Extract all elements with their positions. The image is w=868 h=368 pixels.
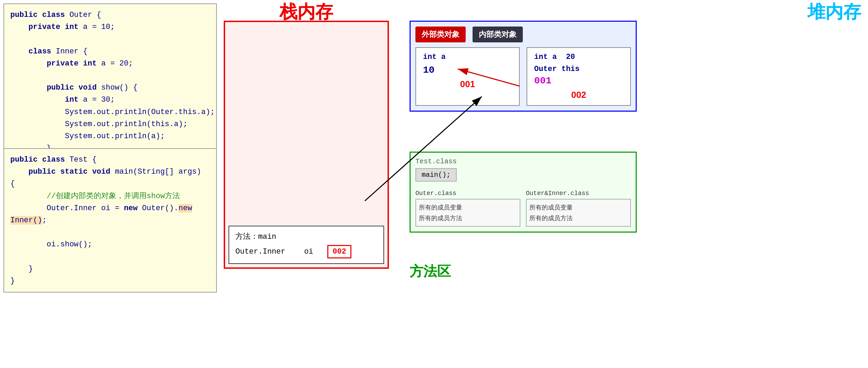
code-line: } (10, 263, 210, 275)
code-line: System.out.println(a); (10, 130, 210, 142)
inner-this-value: 001 (534, 75, 623, 86)
outer-address: 001 (423, 79, 512, 90)
inner-members-var: 所有的成员变量 (529, 202, 627, 213)
code-line: class Inner { (10, 45, 210, 58)
code-line (10, 251, 210, 263)
heap-objects: int a 10 001 int a 20 Outer this 001 002 (415, 47, 631, 106)
outer-field-int-a: int a (423, 53, 512, 61)
code-line: //创建内部类的对象，并调用show方法 (10, 190, 210, 202)
code-test-class: public class Test { public static void m… (3, 148, 217, 293)
var-name: oi (304, 247, 313, 256)
inner-class-name: Outer&Inner.class (526, 190, 631, 197)
code-line (10, 226, 210, 238)
outer-class-label: 外部类对象 (415, 27, 466, 42)
code-line (10, 33, 210, 45)
outer-class-content: 所有的成员变量 所有的成员方法 (415, 199, 520, 227)
outer-class-name: Outer.class (415, 190, 520, 197)
var-type: Outer.Inner (235, 247, 285, 256)
code-line: public static void main(String[] args) { (10, 166, 210, 190)
code-line: System.out.println(Outer.this.a); (10, 106, 210, 118)
method-area-title: 方法区 (410, 264, 451, 279)
method-test-class-label: Test.class (415, 157, 631, 165)
stack-frame-var: Outer.Inner oi 002 (235, 245, 377, 258)
code-line: public class Outer { (10, 9, 210, 21)
inner-address: 002 (534, 90, 623, 100)
method-area-section: Test.class main(); Outer.class 所有的成员变量 所… (410, 152, 637, 233)
inner-members-method: 所有的成员方法 (529, 213, 627, 224)
code-line: Outer.Inner oi = new Outer().new Inner()… (10, 202, 210, 226)
code-line: public void show() { (10, 82, 210, 94)
code-line: private int a = 20; (10, 58, 210, 70)
outer-object: int a 10 001 (415, 47, 520, 106)
outer-members-method: 所有的成员方法 (419, 213, 517, 224)
code-line: } (10, 275, 210, 287)
inner-object: int a 20 Outer this 001 002 (527, 47, 631, 106)
code-line: int a = 30; (10, 94, 210, 106)
stack-frame-method: 方法：main (235, 231, 377, 242)
stack-memory-box: 方法：main Outer.Inner oi 002 (224, 21, 389, 269)
main-method-box: main(); (415, 168, 457, 182)
code-line: System.out.println(this.a); (10, 118, 210, 130)
inner-class-box: Outer&Inner.class 所有的成员变量 所有的成员方法 (526, 190, 631, 227)
var-value: 002 (327, 245, 351, 258)
stack-frame-main: 方法：main Outer.Inner oi 002 (229, 226, 384, 264)
inner-class-label: 内部类对象 (473, 27, 523, 42)
inner-field-outer-this: Outer this (534, 65, 623, 73)
code-line: oi.show(); (10, 238, 210, 251)
code-line: public class Test { (10, 154, 210, 166)
outer-class-box: Outer.class 所有的成员变量 所有的成员方法 (415, 190, 520, 227)
heap-title: 堆内存 (807, 2, 861, 22)
inner-field-int-a: int a 20 (534, 53, 623, 61)
heap-header: 外部类对象 内部类对象 (415, 27, 631, 42)
outer-members-var: 所有的成员变量 (419, 202, 517, 213)
code-line: private int a = 10; (10, 21, 210, 33)
outer-value-10: 10 (423, 65, 512, 75)
code-line (10, 70, 210, 82)
method-classes-row: Outer.class 所有的成员变量 所有的成员方法 Outer&Inner.… (415, 190, 631, 227)
inner-class-content: 所有的成员变量 所有的成员方法 (526, 199, 631, 227)
heap-memory-section: 外部类对象 内部类对象 int a 10 001 int a 20 Outer … (410, 21, 637, 112)
stack-title: 栈内存 (279, 2, 333, 22)
